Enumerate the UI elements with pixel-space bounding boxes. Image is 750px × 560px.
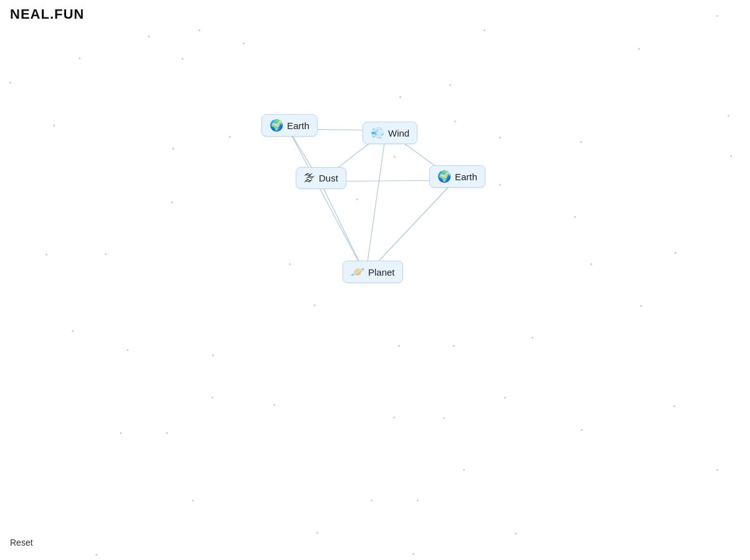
dot — [289, 263, 291, 265]
svg-line-5 — [366, 130, 386, 275]
dot — [716, 469, 718, 471]
dot — [499, 137, 501, 138]
dust-label: Dust — [319, 173, 338, 183]
dot — [273, 404, 275, 406]
dot — [127, 349, 129, 351]
node-planet[interactable]: 🪐 Planet — [343, 261, 403, 283]
node-earth1[interactable]: 🌍 Earth — [261, 114, 318, 137]
dot — [580, 141, 582, 143]
dot — [79, 57, 80, 59]
dot — [728, 115, 729, 117]
earth2-emoji: 🌍 — [437, 170, 451, 183]
dot — [399, 96, 401, 98]
dot — [120, 432, 122, 434]
dot — [675, 252, 676, 254]
dot — [314, 304, 316, 306]
dot — [95, 554, 97, 556]
dot — [443, 417, 445, 419]
dot — [484, 29, 485, 31]
dot — [172, 148, 174, 150]
dot — [53, 125, 55, 127]
dot — [412, 553, 414, 555]
dot — [574, 216, 576, 218]
dot — [499, 184, 501, 186]
dot — [532, 337, 533, 339]
node-wind[interactable]: 💨 Wind — [363, 122, 417, 144]
wind-emoji: 💨 — [371, 126, 384, 140]
dot — [638, 48, 640, 50]
dot — [394, 156, 396, 158]
svg-line-2 — [288, 129, 366, 275]
earth1-emoji: 🌍 — [270, 118, 283, 132]
dot — [371, 500, 373, 501]
canvas-area: 🌍 Earth 💨 Wind 🌫 Dust 🌍 Earth 🪐 Planet — [0, 0, 750, 560]
reset-button[interactable]: Reset — [10, 538, 33, 548]
dot — [229, 136, 231, 138]
wind-label: Wind — [388, 128, 409, 138]
dot — [453, 345, 455, 347]
dot — [72, 330, 74, 332]
dot — [171, 201, 173, 203]
dot — [243, 42, 245, 44]
dot — [417, 500, 419, 501]
dot — [182, 58, 183, 60]
dot — [515, 533, 517, 534]
dot — [398, 345, 400, 347]
dot — [212, 354, 214, 356]
dust-emoji: 🌫 — [304, 171, 315, 185]
planet-label: Planet — [368, 267, 395, 278]
dot — [463, 469, 465, 471]
dot — [356, 198, 358, 200]
earth2-label: Earth — [455, 171, 477, 182]
dot — [449, 84, 451, 86]
dot — [640, 305, 642, 307]
dot — [504, 397, 506, 398]
dot — [393, 417, 395, 418]
node-earth2[interactable]: 🌍 Earth — [429, 165, 485, 188]
dot — [590, 263, 592, 265]
dot — [212, 397, 213, 398]
planet-emoji: 🪐 — [351, 265, 364, 279]
dot — [673, 405, 675, 407]
dot — [9, 82, 11, 84]
dot — [166, 432, 168, 434]
dot — [454, 120, 456, 122]
dot — [581, 429, 583, 431]
dot — [316, 532, 318, 534]
dot — [148, 36, 150, 37]
dot — [105, 253, 107, 255]
node-dust[interactable]: 🌫 Dust — [296, 167, 346, 189]
dot — [198, 29, 200, 31]
dot — [716, 15, 718, 17]
dot — [192, 500, 194, 501]
dot — [730, 155, 732, 157]
dot — [46, 254, 47, 256]
site-logo: NEAL.FUN — [10, 6, 84, 22]
earth1-label: Earth — [287, 120, 309, 131]
